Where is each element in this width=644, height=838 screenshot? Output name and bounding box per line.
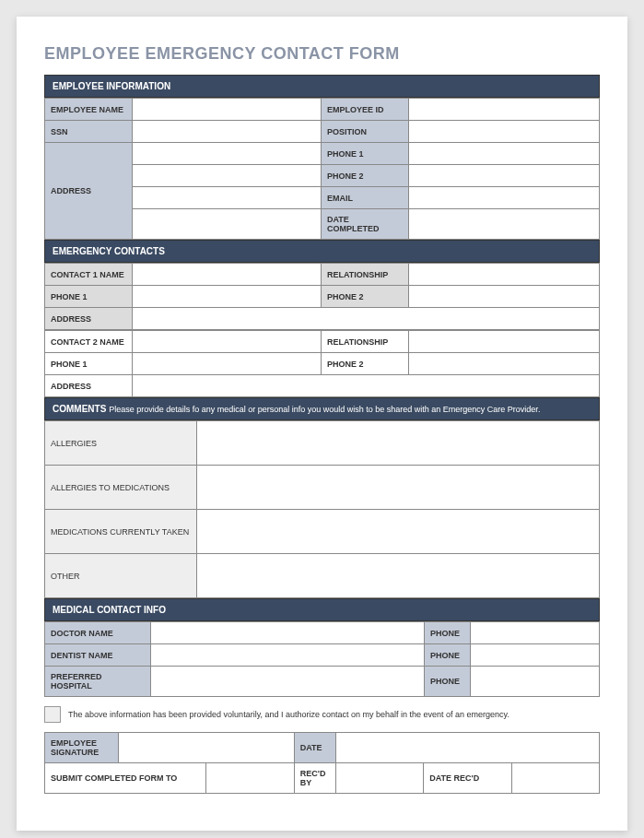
contact1-address-label: ADDRESS — [45, 308, 133, 330]
signature-table: EMPLOYEE SIGNATURE DATE SUBMIT COMPLETED… — [44, 732, 600, 794]
phone1-field[interactable] — [409, 143, 600, 165]
contact1-relationship-label: RELATIONSHIP — [322, 264, 409, 286]
phone2-label: PHONE 2 — [322, 165, 409, 187]
phone2-field[interactable] — [409, 165, 600, 187]
hospital-phone-field[interactable] — [471, 667, 600, 697]
contact2-phone2-field[interactable] — [409, 353, 600, 375]
hospital-field[interactable] — [151, 667, 425, 697]
address-label: ADDRESS — [45, 143, 133, 240]
employee-name-field[interactable] — [133, 99, 322, 121]
contact1-phone1-label: PHONE 1 — [45, 286, 133, 308]
employee-info-header: EMPLOYEE INFORMATION — [44, 75, 600, 98]
submit-to-field[interactable] — [206, 763, 294, 794]
signature-field[interactable] — [119, 733, 295, 763]
contact2-address-field[interactable] — [133, 375, 600, 397]
address-line4-field[interactable] — [133, 209, 322, 240]
phone1-label: PHONE 1 — [322, 143, 409, 165]
sig-date-field[interactable] — [335, 733, 599, 763]
comments-header-label: COMMENTS — [53, 404, 106, 414]
position-label: POSITION — [322, 121, 409, 143]
comments-table: ALLERGIES ALLERGIES TO MEDICATIONS MEDIC… — [44, 420, 600, 598]
email-field[interactable] — [409, 187, 600, 209]
contact2-phone1-label: PHONE 1 — [45, 353, 133, 375]
doctor-phone-field[interactable] — [471, 622, 600, 644]
contact1-phone2-field[interactable] — [409, 286, 600, 308]
emergency-contacts-table-2: CONTACT 2 NAME RELATIONSHIP PHONE 1 PHON… — [44, 330, 600, 397]
dentist-field[interactable] — [151, 644, 425, 667]
contact2-phone2-label: PHONE 2 — [322, 353, 409, 375]
emergency-contacts-header: EMERGENCY CONTACTS — [44, 240, 600, 263]
contact1-relationship-field[interactable] — [409, 264, 600, 286]
date-recd-field[interactable] — [511, 763, 599, 794]
email-label: EMAIL — [322, 187, 409, 209]
employee-id-label: EMPLOYEE ID — [322, 99, 409, 121]
signature-label: EMPLOYEE SIGNATURE — [45, 733, 119, 763]
contact1-address-field[interactable] — [133, 308, 600, 330]
ssn-label: SSN — [45, 121, 133, 143]
doctor-field[interactable] — [151, 622, 425, 644]
doctor-phone-label: PHONE — [425, 622, 471, 644]
meds-current-field[interactable] — [197, 510, 600, 554]
submit-to-label: SUBMIT COMPLETED FORM TO — [45, 763, 206, 794]
medical-table: DOCTOR NAME PHONE DENTIST NAME PHONE PRE… — [44, 621, 600, 697]
date-completed-label: DATE COMPLETED — [322, 209, 409, 240]
consent-row: The above information has been provided … — [44, 706, 600, 723]
contact1-phone2-label: PHONE 2 — [322, 286, 409, 308]
contact2-name-label: CONTACT 2 NAME — [45, 331, 133, 353]
other-field[interactable] — [197, 554, 600, 598]
date-recd-label: DATE REC'D — [424, 763, 511, 794]
date-completed-field[interactable] — [409, 209, 600, 240]
comments-header: COMMENTS Please provide details fo any m… — [44, 397, 600, 420]
recd-by-field[interactable] — [335, 763, 423, 794]
employee-info-table: EMPLOYEE NAME EMPLOYEE ID SSN POSITION A… — [44, 98, 600, 240]
consent-text: The above information has been provided … — [68, 710, 509, 719]
emergency-contacts-table: CONTACT 1 NAME RELATIONSHIP PHONE 1 PHON… — [44, 263, 600, 330]
contact2-name-field[interactable] — [133, 331, 322, 353]
dentist-phone-field[interactable] — [471, 644, 600, 667]
position-field[interactable] — [409, 121, 600, 143]
contact1-phone1-field[interactable] — [133, 286, 322, 308]
allergies-label: ALLERGIES — [45, 421, 197, 466]
medical-header: MEDICAL CONTACT INFO — [44, 598, 600, 621]
contact2-phone1-field[interactable] — [133, 353, 322, 375]
ssn-field[interactable] — [133, 121, 322, 143]
contact2-address-label: ADDRESS — [45, 375, 133, 397]
employee-id-field[interactable] — [409, 99, 600, 121]
hospital-phone-label: PHONE — [425, 667, 471, 697]
address-line2-field[interactable] — [133, 165, 322, 187]
sig-date-label: DATE — [294, 733, 335, 763]
contact2-relationship-field[interactable] — [409, 331, 600, 353]
address-line3-field[interactable] — [133, 187, 322, 209]
contact1-name-field[interactable] — [133, 264, 322, 286]
doctor-label: DOCTOR NAME — [45, 622, 151, 644]
dentist-phone-label: PHONE — [425, 644, 471, 667]
employee-name-label: EMPLOYEE NAME — [45, 99, 133, 121]
consent-checkbox[interactable] — [44, 706, 61, 723]
hospital-label: PREFERRED HOSPITAL — [45, 667, 151, 697]
allergies-meds-field[interactable] — [197, 466, 600, 510]
other-label: OTHER — [45, 554, 197, 598]
address-line1-field[interactable] — [133, 143, 322, 165]
contact1-name-label: CONTACT 1 NAME — [45, 264, 133, 286]
allergies-field[interactable] — [197, 421, 600, 466]
recd-by-label: REC'D BY — [294, 763, 335, 794]
allergies-meds-label: ALLERGIES TO MEDICATIONS — [45, 466, 197, 510]
dentist-label: DENTIST NAME — [45, 644, 151, 667]
form-page: EMPLOYEE EMERGENCY CONTACT FORM EMPLOYEE… — [17, 17, 627, 831]
comments-header-sub: Please provide details fo any medical or… — [109, 405, 540, 414]
meds-current-label: MEDICATIONS CURRENTLY TAKEN — [45, 510, 197, 554]
form-title: EMPLOYEE EMERGENCY CONTACT FORM — [44, 44, 600, 64]
contact2-relationship-label: RELATIONSHIP — [322, 331, 409, 353]
